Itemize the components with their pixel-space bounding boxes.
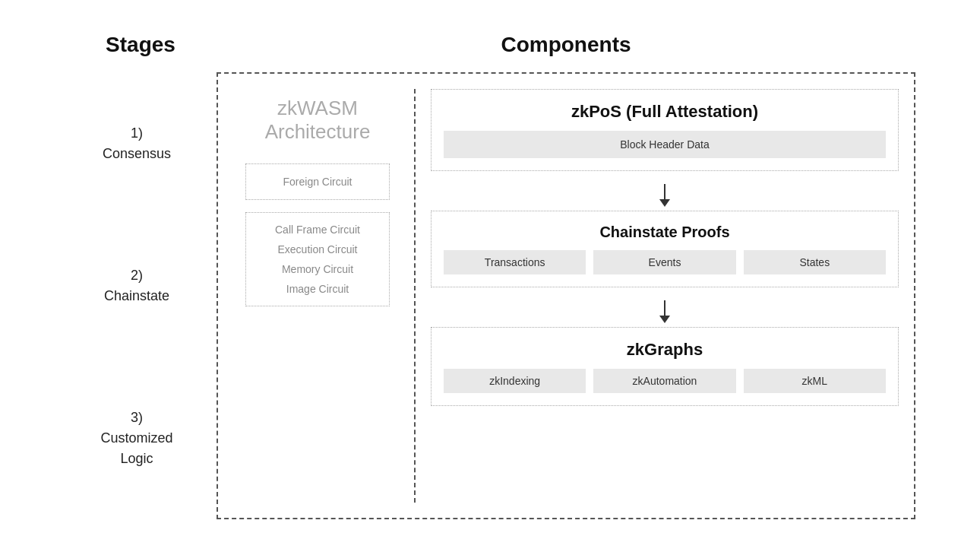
content-row: 1)Consensus 2)Chainstate 3)CustomizedLog…	[65, 72, 915, 519]
memory-circuit: Memory Circuit	[254, 263, 381, 275]
chainstate-title: Chainstate Proofs	[444, 224, 886, 241]
chainstate-section: Chainstate Proofs Transactions Events St…	[431, 211, 899, 287]
circuits-box: Call Frame Circuit Execution Circuit Mem…	[245, 212, 390, 306]
arrow-down-2	[659, 300, 670, 323]
zkgraphs-chips-row: zkIndexing zkAutomation zkML	[444, 369, 886, 393]
foreign-circuit-box: Foreign Circuit	[245, 163, 390, 200]
zkindexing-chip: zkIndexing	[444, 369, 586, 393]
headers-row: Stages Components	[65, 33, 915, 57]
transactions-chip: Transactions	[444, 250, 586, 274]
block-header-box: Block Header Data	[444, 131, 886, 158]
zkgraphs-title: zkGraphs	[444, 340, 886, 360]
components-title: Components	[501, 33, 631, 56]
stages-column: 1)Consensus 2)Chainstate 3)CustomizedLog…	[65, 72, 217, 519]
components-area: zkWASMArchitecture Foreign Circuit Call …	[217, 72, 915, 519]
stage-3: 3)CustomizedLogic	[65, 408, 209, 469]
image-circuit: Image Circuit	[254, 283, 381, 295]
zkpos-section: zkPoS (Full Attestation) Block Header Da…	[431, 89, 899, 171]
states-chip: States	[744, 250, 886, 274]
zkwasm-title: zkWASMArchitecture	[265, 97, 371, 144]
call-frame-circuit: Call Frame Circuit	[254, 224, 381, 236]
events-chip: Events	[593, 250, 735, 274]
execution-circuit: Execution Circuit	[254, 243, 381, 255]
foreign-circuit-label: Foreign Circuit	[283, 176, 352, 188]
stages-header: Stages	[65, 33, 217, 57]
diagram-wrapper: Stages Components 1)Consensus 2)Chainsta…	[34, 17, 946, 535]
zkautomation-chip: zkAutomation	[593, 369, 735, 393]
arrow-line-1	[664, 184, 665, 199]
zkgraphs-section: zkGraphs zkIndexing zkAutomation zkML	[431, 327, 899, 406]
proofs-column: zkPoS (Full Attestation) Block Header Da…	[416, 89, 899, 503]
components-header: Components	[217, 33, 915, 57]
arrow-head-1	[659, 199, 670, 207]
stage-1: 1)Consensus	[65, 123, 209, 164]
arrow-down-1	[659, 184, 670, 207]
zkml-chip: zkML	[744, 369, 886, 393]
arrow-line-2	[664, 300, 665, 316]
arrow-head-2	[659, 316, 670, 323]
zkpos-title: zkPoS (Full Attestation)	[444, 102, 886, 122]
chainstate-chips-row: Transactions Events States	[444, 250, 886, 274]
zkwasm-column: zkWASMArchitecture Foreign Circuit Call …	[233, 89, 416, 503]
stages-title: Stages	[106, 33, 175, 56]
arrow-1-container	[431, 180, 899, 211]
arrow-2-container	[431, 297, 899, 327]
stage-2: 2)Chainstate	[65, 265, 209, 306]
